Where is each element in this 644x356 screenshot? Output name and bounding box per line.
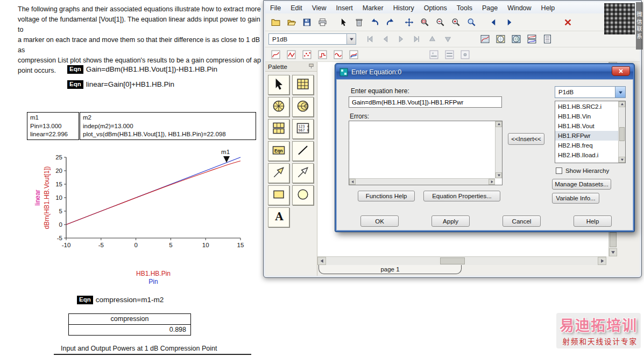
cancel-button[interactable]: Cancel bbox=[503, 215, 541, 227]
equation-compression[interactable]: Eqn compression=m1-m2 bbox=[77, 296, 164, 304]
insert-smith-plot-button[interactable] bbox=[509, 32, 523, 46]
zoom-out-button[interactable] bbox=[433, 16, 448, 29]
marker-readout-m2[interactable]: m2indep(m2)=13.000plot_vs(dBm(HB1.HB.Vou… bbox=[80, 112, 256, 140]
marker-last-button[interactable] bbox=[409, 32, 424, 46]
rect-plot-tool-button[interactable] bbox=[292, 75, 314, 95]
smith-chart-tool-button[interactable] bbox=[292, 97, 314, 117]
insert-stack-plot-button[interactable] bbox=[525, 32, 539, 46]
delete-button[interactable] bbox=[352, 16, 366, 29]
trace-dual-button[interactable] bbox=[346, 48, 361, 61]
marker-down-button[interactable] bbox=[441, 32, 455, 46]
stack-plot-tool-button[interactable] bbox=[268, 119, 289, 139]
insert-polar-plot-button[interactable] bbox=[493, 32, 508, 46]
scroll-up-icon[interactable] bbox=[619, 101, 625, 107]
hscroll-thumb[interactable] bbox=[440, 257, 465, 264]
menu-view[interactable]: View bbox=[307, 3, 331, 13]
trace-linear-button[interactable] bbox=[284, 48, 299, 61]
pin-icon[interactable] bbox=[308, 63, 314, 70]
variable-item[interactable]: HB1.HB.Vout bbox=[555, 121, 618, 131]
chevron-down-icon[interactable] bbox=[615, 87, 625, 97]
insert-button[interactable]: <<Insert<< bbox=[508, 133, 544, 145]
insert-rect-plot-button[interactable] bbox=[478, 32, 492, 46]
rectangle-tool-button[interactable] bbox=[268, 185, 289, 205]
equation-input[interactable] bbox=[349, 96, 502, 108]
compression-table[interactable]: compression 0.898 bbox=[68, 313, 191, 336]
redo-button[interactable] bbox=[383, 16, 398, 29]
save-file-button[interactable] bbox=[300, 16, 314, 29]
close-x-button[interactable] bbox=[561, 16, 575, 29]
pointer-tool-button[interactable] bbox=[268, 75, 289, 95]
trace-spline-button[interactable] bbox=[331, 48, 345, 61]
close-button[interactable] bbox=[612, 66, 630, 76]
arrow-outline-tool-button[interactable] bbox=[292, 163, 314, 183]
limit-point-button[interactable] bbox=[458, 48, 472, 61]
apply-button[interactable]: Apply bbox=[431, 215, 470, 227]
help-button[interactable]: Help bbox=[574, 215, 612, 227]
functions-help-button[interactable]: Functions Help bbox=[358, 191, 415, 201]
move-button[interactable] bbox=[402, 16, 416, 29]
zoom-area-button[interactable] bbox=[417, 16, 432, 29]
vscroll-thumb[interactable] bbox=[610, 232, 617, 247]
trace-scatter-button[interactable] bbox=[300, 48, 314, 61]
zoom-in-button[interactable] bbox=[449, 16, 463, 29]
line-tool-button[interactable] bbox=[292, 141, 314, 161]
list-plot-tool-button[interactable]: 123 4567 8 bbox=[292, 119, 314, 139]
equation-properties-button[interactable]: Equation Properties... bbox=[423, 191, 500, 201]
menu-options[interactable]: Options bbox=[419, 3, 452, 13]
hscroll-track[interactable] bbox=[326, 257, 598, 265]
equation-gain[interactable]: Eqn Gain=dBm(HB1.HB.Vout[1])-HB1.HB.Pin bbox=[67, 65, 217, 74]
errors-hscrollbar[interactable] bbox=[349, 178, 495, 185]
limit-line-button[interactable] bbox=[427, 48, 441, 61]
arrow-filled-tool-button[interactable] bbox=[268, 163, 289, 183]
open-file-button[interactable] bbox=[284, 16, 299, 29]
menu-file[interactable]: File bbox=[265, 3, 286, 13]
menu-help[interactable]: Help bbox=[536, 3, 560, 13]
scroll-left-icon[interactable] bbox=[317, 257, 326, 265]
menu-edit[interactable]: Edit bbox=[286, 3, 307, 13]
errors-box[interactable] bbox=[349, 121, 503, 185]
trace-auto-button[interactable] bbox=[268, 48, 283, 61]
scroll-right-icon[interactable] bbox=[489, 179, 495, 185]
list-scrollbar[interactable] bbox=[618, 101, 625, 163]
menu-history[interactable]: History bbox=[388, 3, 419, 13]
equation-tool-button[interactable]: Eqn bbox=[268, 141, 289, 161]
limit-band-button[interactable] bbox=[442, 48, 457, 61]
polar-plot-tool-button[interactable] bbox=[268, 97, 289, 117]
zoom-select-button[interactable] bbox=[464, 16, 479, 29]
insert-list-plot-button[interactable] bbox=[540, 32, 555, 46]
undo-button[interactable] bbox=[367, 16, 382, 29]
menu-insert[interactable]: Insert bbox=[331, 3, 358, 13]
variable-item[interactable]: HB2.HB.Iload.i bbox=[555, 150, 618, 160]
ellipse-tool-button[interactable] bbox=[292, 185, 314, 205]
menu-page[interactable]: Page bbox=[477, 3, 503, 13]
page-back-button[interactable] bbox=[486, 16, 501, 29]
scroll-left-icon[interactable] bbox=[349, 179, 356, 185]
variable-item[interactable]: HB1.HB.Vin bbox=[555, 111, 618, 121]
list-scroll-thumb[interactable] bbox=[619, 127, 625, 141]
page-tab[interactable]: page 1 bbox=[319, 265, 462, 274]
scroll-down-icon[interactable] bbox=[496, 172, 502, 178]
marker-next-button[interactable] bbox=[394, 32, 408, 46]
variable-item[interactable]: HB2.HB.freq bbox=[555, 141, 618, 150]
dialog-dataset-dropdown[interactable]: P1dB bbox=[555, 86, 626, 98]
menu-marker[interactable]: Marker bbox=[358, 3, 388, 13]
pointer-button[interactable] bbox=[336, 16, 351, 29]
variable-item[interactable]: HB1.HB.SRC2.i bbox=[555, 102, 618, 111]
ok-button[interactable]: OK bbox=[360, 215, 399, 227]
chevron-down-icon[interactable] bbox=[346, 34, 356, 44]
variable-item[interactable]: HB1.RFPwr bbox=[555, 131, 618, 141]
new-file-button[interactable] bbox=[268, 16, 283, 29]
print-button[interactable] bbox=[315, 16, 330, 29]
variable-info-button[interactable]: Variable Info... bbox=[552, 193, 599, 204]
compression-chart[interactable]: -50510152025-10-5051015m1HB1.HB.PinPinli… bbox=[22, 149, 253, 288]
marker-readout-m1[interactable]: m1Pin=13.000linear=22.996 bbox=[27, 112, 79, 140]
trace-step-button[interactable] bbox=[315, 48, 330, 61]
menu-window[interactable]: Window bbox=[503, 3, 536, 13]
marker-up-button[interactable] bbox=[425, 32, 440, 46]
scroll-up-icon[interactable] bbox=[496, 121, 502, 127]
scroll-down-icon[interactable] bbox=[619, 157, 625, 163]
dataset-selector[interactable]: P1dB bbox=[268, 33, 356, 45]
page-forward-button[interactable] bbox=[502, 16, 516, 29]
show-hierarchy-checkbox[interactable] bbox=[556, 167, 562, 174]
marker-first-button[interactable] bbox=[363, 32, 377, 46]
